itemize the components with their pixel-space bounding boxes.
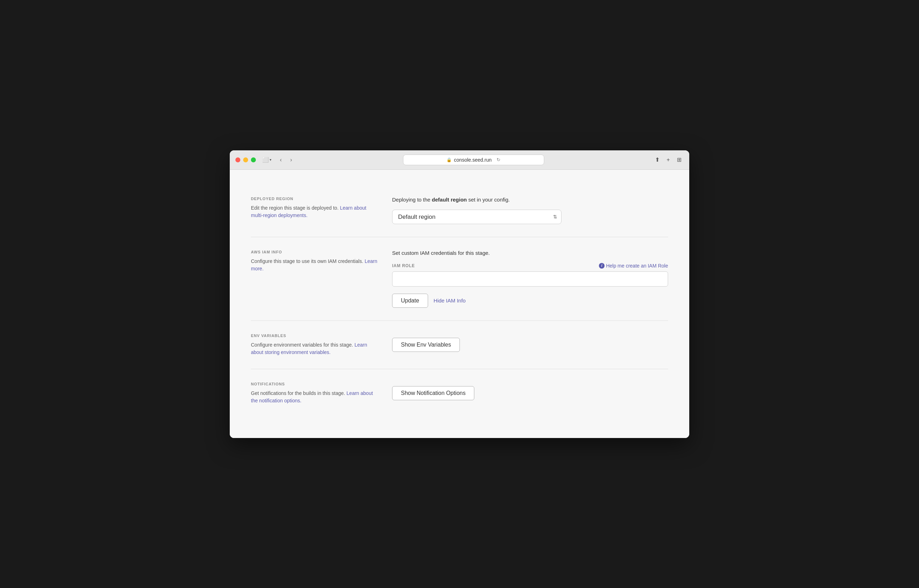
iam-role-input[interactable] bbox=[392, 271, 668, 287]
section-left-env: ENV VARIABLES Configure environment vari… bbox=[251, 334, 378, 356]
section-right-region: Deploying to the default region set in y… bbox=[392, 197, 668, 224]
show-env-variables-button[interactable]: Show Env Variables bbox=[392, 338, 460, 352]
region-subtitle-text: Deploying to the bbox=[392, 197, 430, 203]
aws-iam-section: AWS IAM INFO Configure this stage to use… bbox=[251, 237, 668, 321]
iam-description: Configure this stage to use its own IAM … bbox=[251, 258, 378, 273]
deployed-region-title: DEPLOYED REGION bbox=[251, 197, 378, 201]
minimize-button[interactable] bbox=[243, 157, 248, 162]
fullscreen-button[interactable] bbox=[251, 157, 256, 162]
browser-actions: ⬆ + ⊞ bbox=[653, 156, 683, 164]
hide-iam-link[interactable]: Hide IAM Info bbox=[434, 297, 466, 304]
traffic-lights bbox=[236, 157, 256, 162]
iam-role-container: IAM ROLE i Help me create an IAM Role bbox=[392, 263, 668, 287]
region-select[interactable]: Default region us-east-1 us-west-2 eu-we… bbox=[392, 210, 562, 224]
env-variables-section: ENV VARIABLES Configure environment vari… bbox=[251, 321, 668, 369]
region-subtitle-bold: default region bbox=[432, 197, 467, 203]
sidebar-icon: ⬜ bbox=[262, 157, 269, 163]
section-left-region: DEPLOYED REGION Edit the region this sta… bbox=[251, 197, 378, 224]
address-bar: 🔒 console.seed.run ↻ bbox=[299, 155, 649, 165]
section-left-notifications: NOTIFICATIONS Get notifications for the … bbox=[251, 382, 378, 404]
section-right-notifications: Show Notification Options bbox=[392, 382, 668, 404]
notifications-desc-text: Get notifications for the builds in this… bbox=[251, 390, 345, 396]
url-text: console.seed.run bbox=[454, 157, 492, 163]
browser-window: ⬜ ▾ ‹ › 🔒 console.seed.run ↻ ⬆ + ⊞ DEPLO… bbox=[230, 150, 689, 438]
iam-subtitle: Set custom IAM credentials for this stag… bbox=[392, 250, 668, 256]
sidebar-toggle-button[interactable]: ⬜ ▾ bbox=[260, 156, 273, 164]
show-notification-options-button[interactable]: Show Notification Options bbox=[392, 386, 474, 400]
update-button[interactable]: Update bbox=[392, 294, 428, 308]
iam-button-row: Update Hide IAM Info bbox=[392, 294, 668, 308]
notifications-button-container: Show Notification Options bbox=[392, 386, 668, 400]
section-left-iam: AWS IAM INFO Configure this stage to use… bbox=[251, 250, 378, 308]
section-right-iam: Set custom IAM credentials for this stag… bbox=[392, 250, 668, 308]
deployed-region-desc-text: Edit the region this stage is deployed t… bbox=[251, 205, 338, 211]
forward-button[interactable]: › bbox=[288, 156, 294, 164]
chevron-down-icon: ▾ bbox=[270, 158, 271, 162]
browser-chrome: ⬜ ▾ ‹ › 🔒 console.seed.run ↻ ⬆ + ⊞ bbox=[230, 150, 689, 170]
notifications-description: Get notifications for the builds in this… bbox=[251, 390, 378, 404]
region-subtitle: Deploying to the default region set in y… bbox=[392, 197, 668, 203]
info-icon: i bbox=[599, 263, 604, 268]
env-title: ENV VARIABLES bbox=[251, 334, 378, 338]
notifications-section: NOTIFICATIONS Get notifications for the … bbox=[251, 369, 668, 417]
region-subtitle-suffix: set in your config. bbox=[468, 197, 510, 203]
deployed-region-section: DEPLOYED REGION Edit the region this sta… bbox=[251, 184, 668, 237]
back-button[interactable]: ‹ bbox=[278, 156, 284, 164]
env-button-container: Show Env Variables bbox=[392, 338, 668, 352]
new-tab-button[interactable]: + bbox=[665, 156, 672, 164]
iam-role-header: IAM ROLE i Help me create an IAM Role bbox=[392, 263, 668, 268]
help-link-text: Help me create an IAM Role bbox=[606, 263, 668, 268]
section-right-env: Show Env Variables bbox=[392, 334, 668, 356]
iam-desc-text: Configure this stage to use its own IAM … bbox=[251, 258, 363, 264]
iam-title: AWS IAM INFO bbox=[251, 250, 378, 254]
url-bar[interactable]: 🔒 console.seed.run ↻ bbox=[403, 155, 544, 165]
grid-button[interactable]: ⊞ bbox=[675, 156, 683, 164]
region-select-wrapper: Default region us-east-1 us-west-2 eu-we… bbox=[392, 210, 562, 224]
notifications-title: NOTIFICATIONS bbox=[251, 382, 378, 386]
help-create-iam-link[interactable]: i Help me create an IAM Role bbox=[599, 263, 668, 268]
close-button[interactable] bbox=[236, 157, 240, 162]
iam-role-label: IAM ROLE bbox=[392, 263, 415, 268]
lock-icon: 🔒 bbox=[446, 157, 452, 162]
env-description: Configure environment variables for this… bbox=[251, 341, 378, 356]
share-button[interactable]: ⬆ bbox=[653, 156, 662, 164]
env-desc-text: Configure environment variables for this… bbox=[251, 342, 353, 348]
page-content: DEPLOYED REGION Edit the region this sta… bbox=[230, 170, 689, 438]
reload-icon[interactable]: ↻ bbox=[497, 157, 501, 162]
deployed-region-description: Edit the region this stage is deployed t… bbox=[251, 204, 378, 219]
